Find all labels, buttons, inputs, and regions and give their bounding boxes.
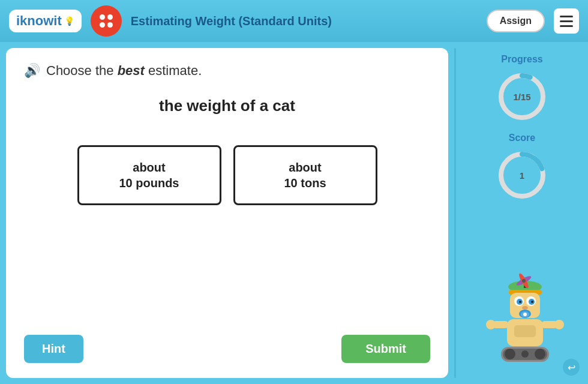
logo: iknowit 💡 [9,10,82,32]
submit-button[interactable]: Submit [341,335,430,363]
dice-icon [91,5,122,37]
svg-point-20 [523,313,527,316]
main-content: 🔊 Choose the best estimate. the weight o… [0,42,588,384]
assign-button[interactable]: Assign [487,10,545,32]
mascot-robot [480,270,564,366]
question-subject: the weight of a cat [24,97,430,115]
svg-point-31 [521,350,529,358]
right-panel: Progress 1/15 Score 1 [462,48,582,378]
svg-point-8 [522,279,526,283]
speaker-icon[interactable]: 🔊 [24,63,40,79]
menu-button[interactable] [554,8,579,34]
score-value: 1 [520,170,524,181]
hamburger-line [560,25,573,27]
score-circle: 1 [495,148,549,202]
mascot-area [480,211,564,372]
bottom-buttons: Hint Submit [24,335,430,363]
header-title: Estimating Weight (Standard Units) [131,14,478,28]
dice-dots [100,14,113,28]
nav-back-icon[interactable]: ↩ [563,359,580,376]
progress-label: Progress [501,54,542,65]
back-arrow-icon: ↩ [568,362,575,373]
choice-button-1[interactable]: about10 pounds [77,145,221,205]
hamburger-line [560,16,573,17]
svg-point-29 [505,349,515,359]
score-section: Score 1 [495,133,549,202]
dot [107,22,113,28]
svg-point-30 [535,349,545,359]
svg-point-26 [554,320,564,329]
svg-point-15 [519,301,521,303]
dot [107,14,113,20]
svg-point-17 [522,306,528,310]
bulb-icon: 💡 [64,16,74,26]
answer-choices: about10 pounds about10 tons [24,145,430,205]
dot [100,14,105,20]
progress-value: 1/15 [513,92,530,102]
svg-point-16 [531,301,533,303]
score-label: Score [509,133,535,143]
app-header: iknowit 💡 Estimating Weight (Standard Un… [0,0,588,42]
panel-divider [454,48,456,378]
logo-text: iknowit [16,13,62,29]
hamburger-line [560,20,573,22]
hint-button[interactable]: Hint [24,335,83,363]
progress-circle: 1/15 [495,70,549,124]
choice-button-2[interactable]: about10 tons [233,145,377,205]
svg-point-25 [486,320,496,329]
dot [100,22,105,28]
progress-section: Progress 1/15 [495,54,549,124]
question-instruction: Choose the best estimate. [46,63,202,79]
svg-rect-22 [514,325,536,337]
question-panel: 🔊 Choose the best estimate. the weight o… [6,48,448,378]
question-header: 🔊 Choose the best estimate. [24,63,430,79]
